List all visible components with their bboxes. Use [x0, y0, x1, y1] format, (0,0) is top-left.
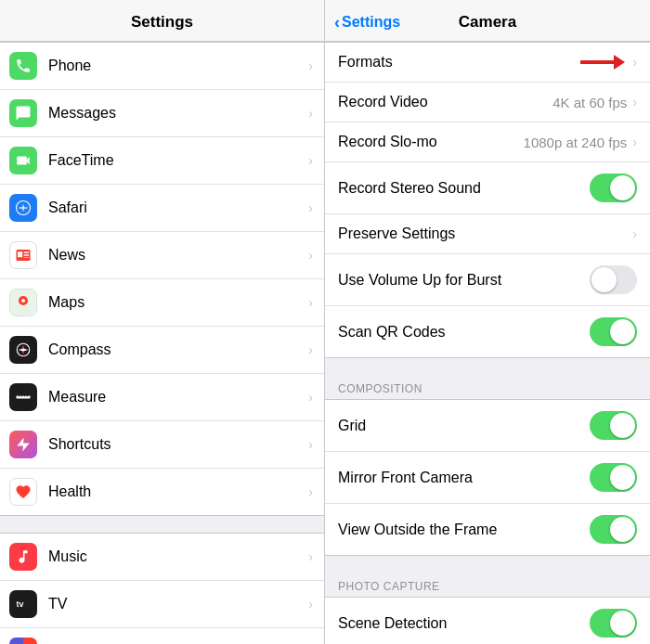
grid-toggle[interactable] [590, 411, 637, 440]
safari-icon [9, 194, 37, 222]
formats-label: Formats [338, 54, 580, 71]
record-video-item[interactable]: Record Video 4K at 60 fps › [325, 83, 650, 122]
sidebar-item-shortcuts[interactable]: Shortcuts › [0, 421, 324, 469]
left-header: Settings [0, 0, 324, 42]
record-slomo-chevron: › [632, 135, 637, 149]
phone-label: Phone [48, 58, 308, 74]
view-outside-label: View Outside the Frame [338, 522, 590, 538]
health-chevron: › [308, 484, 313, 499]
sidebar-item-maps[interactable]: Maps › [0, 279, 324, 327]
formats-chevron: › [632, 55, 637, 70]
measure-icon [9, 383, 37, 411]
sidebar-item-facetime[interactable]: FaceTime › [0, 137, 324, 185]
formats-red-arrow [580, 55, 625, 70]
grid-item[interactable]: Grid [325, 400, 650, 452]
sidebar-item-measure[interactable]: Measure › [0, 374, 324, 421]
maps-label: Maps [48, 294, 308, 311]
shortcuts-label: Shortcuts [48, 436, 308, 453]
sidebar-item-phone[interactable]: Phone › [0, 43, 324, 90]
composition-group: Grid Mirror Front Camera View Outside th… [325, 399, 650, 556]
use-volume-label: Use Volume Up for Burst [338, 272, 590, 289]
camera-page-title: Camera [459, 13, 516, 32]
mirror-front-toggle[interactable] [590, 463, 637, 492]
svg-rect-4 [18, 251, 22, 257]
sidebar-item-news[interactable]: News › [0, 232, 324, 279]
sidebar-item-safari[interactable]: Safari › [0, 185, 324, 232]
news-chevron: › [308, 248, 313, 263]
svg-rect-15 [19, 394, 20, 396]
left-panel: Settings Phone › Messages › FaceTime › [0, 0, 325, 644]
svg-rect-7 [24, 257, 29, 258]
facetime-chevron: › [308, 153, 313, 168]
preserve-settings-label: Preserve Settings [338, 225, 632, 242]
view-outside-toggle[interactable] [590, 515, 637, 544]
back-button[interactable]: ‹ Settings [334, 13, 400, 32]
photo-capture-header: PHOTO CAPTURE [325, 573, 650, 597]
view-outside-item[interactable]: View Outside the Frame [325, 504, 650, 555]
scan-qr-label: Scan QR Codes [338, 324, 590, 341]
record-slomo-label: Record Slo-mo [338, 134, 524, 150]
svg-rect-18 [27, 395, 29, 397]
compass-icon [9, 336, 37, 364]
sidebar-item-photos[interactable]: Photos › [0, 628, 324, 644]
compass-chevron: › [308, 342, 313, 357]
shortcuts-chevron: › [308, 437, 313, 452]
composition-header: COMPOSITION [325, 375, 650, 399]
scene-detection-toggle[interactable] [590, 609, 637, 638]
messages-label: Messages [48, 105, 308, 122]
shortcuts-icon [9, 431, 37, 458]
sidebar-item-compass[interactable]: Compass › [0, 327, 324, 374]
facetime-label: FaceTime [48, 152, 308, 169]
mirror-front-item[interactable]: Mirror Front Camera [325, 452, 650, 504]
preserve-settings-item[interactable]: Preserve Settings › [325, 214, 650, 254]
sidebar-item-tv[interactable]: tv TV › [0, 581, 324, 628]
scan-qr-toggle[interactable] [590, 317, 637, 346]
mirror-front-toggle-thumb [610, 465, 635, 490]
top-settings-group: Phone › Messages › FaceTime › Safari › [0, 42, 324, 516]
view-outside-toggle-thumb [610, 517, 635, 542]
sidebar-item-music[interactable]: Music › [0, 534, 324, 581]
measure-label: Measure [48, 389, 308, 406]
use-volume-toggle-thumb [592, 267, 617, 292]
svg-text:tv: tv [17, 599, 24, 609]
record-stereo-item[interactable]: Record Stereo Sound [325, 162, 650, 214]
grid-toggle-thumb [610, 413, 635, 438]
health-icon [9, 478, 37, 506]
camera-main-group: Formats › Record Video 4K at 60 fps › Re… [325, 42, 650, 358]
news-icon [9, 241, 37, 269]
scene-detection-toggle-thumb [610, 611, 635, 636]
record-video-label: Record Video [338, 94, 552, 110]
record-video-chevron: › [632, 95, 637, 109]
sidebar-item-health[interactable]: Health › [0, 469, 324, 515]
tv-icon: tv [9, 590, 37, 618]
middle-settings-group: Music › tv TV › Photos › Camera [0, 533, 324, 644]
measure-chevron: › [308, 390, 313, 405]
composition-section: COMPOSITION Grid Mirror Front Camera Vie… [325, 375, 650, 573]
tv-chevron: › [308, 597, 313, 612]
compass-label: Compass [48, 341, 308, 358]
record-slomo-item[interactable]: Record Slo-mo 1080p at 240 fps › [325, 122, 650, 162]
photo-capture-section: PHOTO CAPTURE Scene Detection Automatica… [325, 573, 650, 644]
svg-marker-19 [17, 438, 30, 452]
svg-marker-13 [19, 349, 29, 352]
back-chevron-icon: ‹ [334, 13, 340, 32]
record-stereo-toggle[interactable] [590, 174, 637, 202]
formats-item[interactable]: Formats › [325, 43, 650, 83]
sidebar-item-messages[interactable]: Messages › [0, 90, 324, 137]
messages-chevron: › [308, 106, 313, 121]
photo-capture-group: Scene Detection [325, 597, 650, 644]
right-header: ‹ Settings Camera [325, 0, 650, 42]
music-icon [9, 543, 37, 571]
safari-label: Safari [48, 200, 308, 216]
music-label: Music [48, 548, 308, 565]
toggle-thumb [610, 175, 635, 200]
scan-qr-item[interactable]: Scan QR Codes [325, 306, 650, 357]
right-panel: ‹ Settings Camera Formats › Record Video… [325, 0, 650, 644]
use-volume-toggle[interactable] [590, 265, 637, 294]
record-stereo-label: Record Stereo Sound [338, 180, 590, 197]
tv-label: TV [48, 596, 308, 612]
scene-detection-label: Scene Detection [338, 615, 590, 632]
scene-detection-item[interactable]: Scene Detection [325, 598, 650, 644]
record-video-value: 4K at 60 fps [552, 95, 627, 110]
use-volume-item[interactable]: Use Volume Up for Burst [325, 254, 650, 306]
